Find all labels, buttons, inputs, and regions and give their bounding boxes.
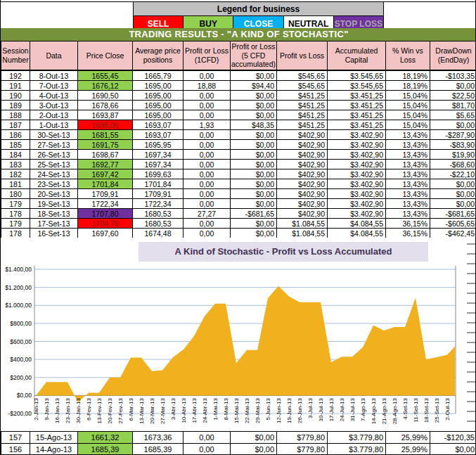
cell-session[interactable]: 188 [1,110,30,120]
cell-dd[interactable]: $22,50 [430,91,476,101]
cell-win[interactable]: 15,04% [386,101,430,110]
cell-session[interactable]: 178 [1,229,30,238]
cell-pl1[interactable]: 0,00 [184,229,231,238]
cell-dd[interactable]: -$681,65 [430,209,476,219]
cell-pl5[interactable]: $0,00 [231,160,277,169]
cell-date[interactable]: 3-Out-13 [30,101,78,110]
cell-session[interactable]: 180 [1,189,30,199]
cell-pl5[interactable]: $0,00 [231,229,277,238]
cell-pvl[interactable]: $402,90 [277,179,328,189]
cell-avg[interactable]: 1701,84 [133,179,184,189]
cell-pl5[interactable]: $0,00 [231,199,277,209]
cell-date[interactable]: 15-Ago-13 [30,432,78,444]
cell-avg[interactable]: 1695,00 [133,101,184,110]
cell-pvl[interactable]: $402,90 [277,140,328,150]
cell-cap[interactable]: $4.084,55 [328,219,386,229]
cell-win[interactable]: 13,43% [386,140,430,150]
cell-pl1[interactable]: 0,00 [184,160,231,169]
cell-pvl[interactable]: $779,80 [277,444,328,455]
cell-pl1[interactable]: 0,00 [184,179,231,189]
cell-pvl[interactable]: $402,90 [277,150,328,160]
cell-dd[interactable]: -$68,60 [430,160,476,169]
column-header-8[interactable]: % Win vs Loss [386,41,430,71]
cell-pvl[interactable]: $402,90 [277,189,328,199]
cell-close[interactable]: 1698,67 [78,150,133,160]
cell-cap[interactable]: $4.084,55 [328,229,386,238]
cell-win[interactable]: 13,43% [386,169,430,179]
cell-win[interactable]: 18,19% [386,70,430,81]
cell-dd[interactable]: $0,00 [430,179,476,189]
cell-pl1[interactable]: 0,00 [184,140,231,150]
cell-avg[interactable]: 1680,53 [133,209,184,219]
cell-win[interactable]: 25,99% [386,444,430,455]
cell-close[interactable]: 1707,80 [78,209,133,219]
cell-pl1[interactable]: 1,93 [184,120,231,130]
cell-session[interactable]: 157 [1,432,30,444]
cell-pvl[interactable]: $779,80 [277,432,328,444]
cell-pvl[interactable]: $451,25 [277,91,328,101]
cell-date[interactable]: 30-Set-13 [30,130,78,140]
cell-avg[interactable]: 1709,91 [133,189,184,199]
cell-session[interactable]: 178 [1,209,30,219]
cell-date[interactable]: 7-Out-13 [30,81,78,91]
cell-session[interactable]: 187 [1,120,30,130]
cell-win[interactable]: 13,43% [386,209,430,219]
cell-pl5[interactable]: $0,00 [231,444,277,455]
cell-session[interactable]: 183 [1,160,30,169]
cell-win[interactable]: 13,43% [386,160,430,169]
cell-cap[interactable]: $3.545,65 [328,70,386,81]
cell-pl1[interactable]: 27,27 [184,209,231,219]
cell-pvl[interactable]: $451,25 [277,110,328,120]
cell-close[interactable]: 1697,42 [78,169,133,179]
cell-win[interactable]: 18,19% [386,81,430,91]
cell-dd[interactable]: $19,90 [430,150,476,160]
cell-win[interactable]: 15,04% [386,91,430,101]
cell-pl5[interactable]: $0,00 [231,189,277,199]
cell-date[interactable]: 16-Set-13 [30,229,78,238]
cell-pl5[interactable]: $0,00 [231,91,277,101]
cell-pl1[interactable]: 0,00 [184,101,231,110]
cell-pl5[interactable]: $0,00 [231,140,277,150]
cell-cap[interactable]: $3.451,25 [328,120,386,130]
cell-cap[interactable]: $3.402,90 [328,130,386,140]
cell-cap[interactable]: $3.402,90 [328,199,386,209]
cell-pvl[interactable]: $451,25 [277,101,328,110]
cell-pvl[interactable]: $1.084,55 [277,219,328,229]
cell-date[interactable]: 23-Set-13 [30,179,78,189]
cell-dd[interactable]: $0,00 [430,120,476,130]
cell-cap[interactable]: $3.402,90 [328,150,386,160]
cell-cap[interactable]: $3.402,90 [328,209,386,219]
cell-date[interactable]: 26-Set-13 [30,150,78,160]
cell-pl5[interactable]: $0,00 [231,110,277,120]
cell-close[interactable]: 1690,50 [78,91,133,101]
cell-pl1[interactable]: 0,00 [184,189,231,199]
cell-session[interactable]: 156 [1,444,30,455]
cell-date[interactable]: 20-Set-13 [30,189,78,199]
cell-session[interactable]: 182 [1,169,30,179]
cell-close[interactable]: 1704,76 [78,219,133,229]
cell-cap[interactable]: $3.451,25 [328,91,386,101]
cell-pl1[interactable]: 0,00 [184,91,231,101]
cell-pl5[interactable]: $94,40 [231,81,277,91]
cell-cap[interactable]: $3.402,90 [328,160,386,169]
column-header-4[interactable]: Profit or Loss (1CFD) [184,41,231,71]
cell-close[interactable]: 1709,91 [78,189,133,199]
cell-dd[interactable]: -$83,90 [430,140,476,150]
cell-cap[interactable]: $3.451,25 [328,101,386,110]
cell-avg[interactable]: 1665,79 [133,70,184,81]
cell-cap[interactable]: $3.451,25 [328,110,386,120]
cell-pl1[interactable]: 0,00 [184,169,231,179]
cell-pl1[interactable]: 18,88 [184,81,231,91]
cell-cap[interactable]: $3.402,90 [328,169,386,179]
cell-date[interactable]: 25-Set-13 [30,160,78,169]
cell-pl5[interactable]: $0,00 [231,169,277,179]
cell-dd[interactable]: $0,00 [430,444,476,455]
cell-close[interactable]: 1722,34 [78,199,133,209]
cell-dd[interactable]: -$120,35 [430,432,476,444]
cell-win[interactable]: 25,99% [386,432,430,444]
cell-pvl[interactable]: $402,90 [277,209,328,219]
cell-pvl[interactable]: $545,65 [277,81,328,91]
cell-avg[interactable]: 1674,48 [133,229,184,238]
cell-pl5[interactable]: $0,00 [231,179,277,189]
cell-session[interactable]: 181 [1,179,30,189]
